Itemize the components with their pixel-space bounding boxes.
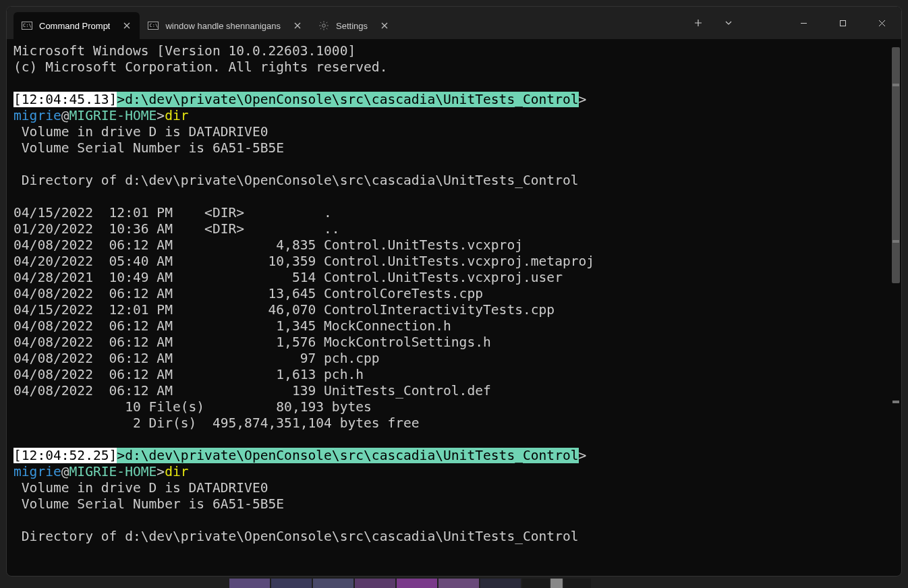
dir-summary: 2 Dir(s) 495,874,351,104 bytes free: [13, 415, 420, 431]
tab-close-icon[interactable]: [121, 20, 133, 32]
maximize-button[interactable]: [823, 7, 862, 39]
taskbar-segment: [480, 579, 521, 588]
tab-command-prompt[interactable]: Command Prompt: [13, 12, 140, 39]
terminal-area: Microsoft Windows [Version 10.0.22603.10…: [7, 39, 901, 576]
prompt-host-trail: >: [157, 108, 165, 123]
tab-label: window handle shennanigans: [165, 21, 281, 31]
dir-header: Directory of d:\dev\private\OpenConsole\…: [13, 173, 579, 188]
taskbar-segment: [438, 579, 479, 588]
terminal-output[interactable]: Microsoft Windows [Version 10.0.22603.10…: [7, 39, 901, 576]
prompt-at: @: [61, 108, 69, 123]
tab-dropdown-button[interactable]: [713, 7, 743, 39]
prompt-host: MIGRIE-HOME: [69, 464, 157, 479]
terminal-window: Command Promptwindow handle shennanigans…: [6, 6, 902, 577]
tab-label: Command Prompt: [39, 21, 110, 31]
dir-serial: Volume Serial Number is 6A51-5B5E: [13, 496, 284, 512]
tab-window-handle-shennanigans[interactable]: window handle shennanigans: [140, 12, 310, 39]
dir-serial: Volume Serial Number is 6A51-5B5E: [13, 140, 284, 156]
prompt-timestamp: [12:04:45.13]: [13, 92, 117, 107]
scrollbar[interactable]: [890, 43, 900, 572]
prompt-at: @: [61, 464, 69, 479]
taskbar-segment: [355, 579, 395, 588]
prompt-trail: >: [579, 448, 587, 463]
prompt-host-trail: >: [157, 464, 165, 479]
prompt-user: migrie: [13, 108, 61, 123]
dir-header: Directory of d:\dev\private\OpenConsole\…: [13, 529, 579, 544]
svg-rect-1: [840, 20, 845, 26]
titlebar[interactable]: Command Promptwindow handle shennanigans…: [7, 7, 901, 39]
gear-icon: [318, 20, 329, 31]
svg-point-0: [322, 24, 326, 28]
cmd-icon: [148, 20, 159, 31]
taskbar-segment: [313, 579, 353, 588]
prompt-path: d:\dev\private\OpenConsole\src\cascadia\…: [125, 448, 578, 463]
taskbar-segment: [229, 579, 270, 588]
banner-line: (c) Microsoft Corporation. All rights re…: [13, 59, 387, 75]
taskbar-segment: [564, 579, 591, 588]
cmd-icon: [22, 20, 32, 31]
taskbar-segment: [550, 579, 563, 588]
tab-strip: Command Promptwindow handle shennanigans…: [7, 7, 397, 39]
tab-settings[interactable]: Settings: [310, 12, 397, 39]
prompt-sep: >: [117, 92, 125, 107]
close-window-button[interactable]: [862, 7, 901, 39]
dir-volume: Volume in drive D is DATADRIVE0: [13, 124, 268, 140]
taskbar-peek: [229, 579, 591, 588]
scroll-thumb[interactable]: [892, 47, 900, 283]
prompt-user: migrie: [13, 464, 61, 479]
dir-summary: 10 File(s) 80,193 bytes: [13, 399, 372, 415]
prompt-path: d:\dev\private\OpenConsole\src\cascadia\…: [125, 92, 578, 107]
command: dir: [165, 464, 188, 479]
tab-label: Settings: [336, 21, 368, 31]
command: dir: [165, 108, 188, 123]
banner-line: Microsoft Windows [Version 10.0.22603.10…: [13, 43, 356, 59]
new-tab-button[interactable]: [683, 7, 713, 39]
titlebar-controls: [683, 7, 901, 39]
prompt-host: MIGRIE-HOME: [69, 108, 157, 123]
tab-close-icon[interactable]: [291, 20, 304, 32]
prompt-sep: >: [117, 448, 125, 463]
scroll-mark[interactable]: [892, 240, 899, 243]
tab-close-icon[interactable]: [378, 20, 391, 32]
minimize-button[interactable]: [784, 7, 823, 39]
scroll-mark[interactable]: [892, 401, 899, 403]
dir-volume: Volume in drive D is DATADRIVE0: [13, 480, 268, 496]
taskbar-segment: [271, 579, 312, 588]
prompt-trail: >: [579, 92, 587, 107]
taskbar-segment: [397, 579, 437, 588]
prompt-timestamp: [12:04:52.25]: [13, 448, 117, 463]
taskbar-segment: [522, 579, 549, 588]
dir-listing: 04/15/2022 12:01 PM <DIR> . 01/20/2022 1…: [13, 205, 594, 399]
scroll-mark[interactable]: [892, 84, 899, 86]
